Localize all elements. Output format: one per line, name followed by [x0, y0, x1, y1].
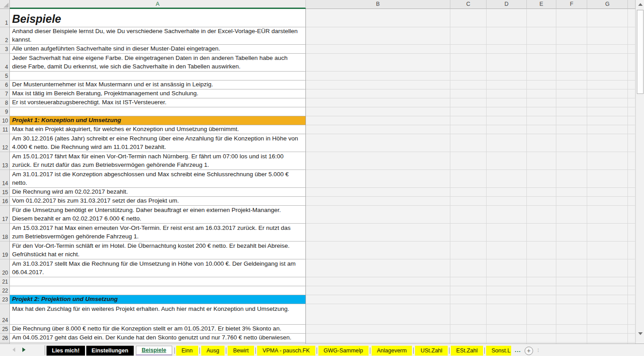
cell-c21[interactable] — [450, 277, 487, 286]
row-number[interactable]: 14 — [0, 170, 10, 188]
cell-c15[interactable] — [450, 188, 487, 197]
cell-e13[interactable] — [527, 152, 556, 170]
cell-c13[interactable] — [450, 152, 487, 170]
cell-g2[interactable] — [587, 27, 628, 45]
cell-e1[interactable] — [527, 9, 556, 27]
row-number[interactable]: 10 — [0, 116, 10, 125]
cell-g7[interactable] — [587, 89, 628, 98]
cell-a19[interactable]: Für den Vor-Ort-Termin schläft er im Hot… — [10, 242, 306, 259]
more-sheets-ellipsis[interactable]: ... — [515, 347, 521, 353]
cell-f14[interactable] — [556, 170, 587, 188]
cell-a26[interactable]: Am 04.05.2017 geht das Geld ein. Der Kun… — [10, 334, 306, 343]
cell-d1[interactable] — [487, 9, 527, 27]
column-header-f[interactable]: F — [556, 0, 587, 9]
cell-d26[interactable] — [487, 334, 527, 343]
row-number[interactable]: 15 — [0, 188, 10, 197]
cell-b8[interactable] — [306, 98, 450, 107]
cell-d8[interactable] — [487, 98, 527, 107]
cell-e12[interactable] — [527, 134, 556, 152]
cell-sliver7[interactable] — [628, 89, 636, 98]
cell-d11[interactable] — [487, 125, 527, 134]
cell-c22[interactable] — [450, 286, 487, 295]
cell-b9[interactable] — [306, 107, 450, 116]
cell-a2[interactable]: Anhand dieser Beispiele lernst Du, wie D… — [10, 27, 306, 45]
cell-b14[interactable] — [306, 170, 450, 188]
row-number[interactable]: 2 — [0, 27, 10, 45]
cell-g21[interactable] — [587, 277, 628, 286]
cell-sliver14[interactable] — [628, 170, 636, 188]
cell-g11[interactable] — [587, 125, 628, 134]
cell-sliver8[interactable] — [628, 98, 636, 107]
cell-sliver22[interactable] — [628, 286, 636, 295]
cell-d17[interactable] — [487, 206, 527, 224]
cell-b6[interactable] — [306, 81, 450, 89]
cell-f19[interactable] — [556, 242, 587, 259]
cell-d21[interactable] — [487, 277, 527, 286]
cell-f3[interactable] — [556, 45, 587, 54]
sheet-tab-einstellungen[interactable]: Einstellungen — [86, 346, 134, 356]
cell-e21[interactable] — [527, 277, 556, 286]
row-number[interactable]: 6 — [0, 81, 10, 89]
cell-b23[interactable] — [306, 295, 450, 304]
row-number[interactable]: 17 — [0, 206, 10, 224]
cell-b7[interactable] — [306, 89, 450, 98]
cell-c17[interactable] — [450, 206, 487, 224]
cell-d6[interactable] — [487, 81, 527, 89]
column-header-e[interactable]: E — [527, 0, 556, 9]
cell-a5[interactable] — [10, 72, 306, 81]
cell-e22[interactable] — [527, 286, 556, 295]
cell-g13[interactable] — [587, 152, 628, 170]
cell-g24[interactable] — [587, 304, 628, 325]
column-header-c[interactable]: C — [450, 0, 487, 9]
sheet-tab-beispiele[interactable]: Beispiele — [136, 346, 172, 356]
cell-a25[interactable]: Die Rechnung über 8.000 € netto für die … — [10, 325, 306, 334]
cell-f9[interactable] — [556, 107, 587, 116]
cell-g4[interactable] — [587, 54, 628, 72]
cell-g17[interactable] — [587, 206, 628, 224]
cell-b22[interactable] — [306, 286, 450, 295]
row-number[interactable]: 12 — [0, 134, 10, 152]
sheet-tab-vpma-pausch-fk[interactable]: VPMA - pausch.FK — [257, 346, 315, 356]
cell-sliver13[interactable] — [628, 152, 636, 170]
cell-e25[interactable] — [527, 325, 556, 334]
row-number[interactable]: 23 — [0, 295, 10, 304]
cell-sliver2[interactable] — [628, 27, 636, 45]
cell-c7[interactable] — [450, 89, 487, 98]
cell-g15[interactable] — [587, 188, 628, 197]
cell-c18[interactable] — [450, 224, 487, 242]
cell-e26[interactable] — [527, 334, 556, 343]
cell-sliver16[interactable] — [628, 197, 636, 206]
cell-f15[interactable] — [556, 188, 587, 197]
cell-e3[interactable] — [527, 45, 556, 54]
cell-e23[interactable] — [527, 295, 556, 304]
cell-g8[interactable] — [587, 98, 628, 107]
cell-sliver12[interactable] — [628, 134, 636, 152]
prev-sheet-icon[interactable] — [13, 348, 15, 352]
cell-f26[interactable] — [556, 334, 587, 343]
cell-a22[interactable] — [10, 286, 306, 295]
cell-d18[interactable] — [487, 224, 527, 242]
cell-c3[interactable] — [450, 45, 487, 54]
cell-g5[interactable] — [587, 72, 628, 81]
cell-f5[interactable] — [556, 72, 587, 81]
cell-sliver15[interactable] — [628, 188, 636, 197]
cell-g18[interactable] — [587, 224, 628, 242]
cell-g10[interactable] — [587, 116, 628, 125]
cell-e19[interactable] — [527, 242, 556, 259]
cell-a9[interactable] — [10, 107, 306, 116]
cell-e7[interactable] — [527, 89, 556, 98]
row-number[interactable]: 11 — [0, 125, 10, 134]
scroll-up-button[interactable] — [637, 1, 644, 8]
vertical-scrollbar-thumb[interactable] — [637, 10, 644, 94]
cell-d15[interactable] — [487, 188, 527, 197]
cell-c14[interactable] — [450, 170, 487, 188]
cell-b2[interactable] — [306, 27, 450, 45]
cell-c6[interactable] — [450, 81, 487, 89]
cell-c1[interactable] — [450, 9, 487, 27]
cell-c10[interactable] — [450, 116, 487, 125]
cell-sliver26[interactable] — [628, 334, 636, 343]
cell-f13[interactable] — [556, 152, 587, 170]
cell-g9[interactable] — [587, 107, 628, 116]
cell-c16[interactable] — [450, 197, 487, 206]
cell-g6[interactable] — [587, 81, 628, 89]
